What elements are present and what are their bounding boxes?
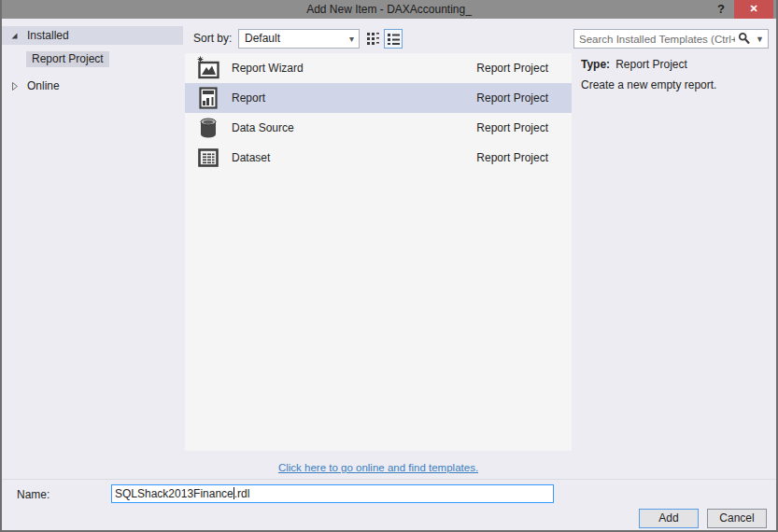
collapsed-arrow-icon — [9, 81, 20, 91]
search-box: ▼ — [573, 29, 769, 49]
expanded-arrow-icon — [9, 31, 20, 41]
help-button[interactable]: ? — [711, 0, 731, 19]
list-view-button[interactable] — [384, 29, 403, 49]
titlebar[interactable]: Add New Item - DAXAccounting_ — [0, 0, 778, 19]
list-view-icon — [387, 32, 401, 46]
search-options-chevron-icon[interactable]: ▼ — [756, 31, 764, 48]
small-icons-view-icon — [366, 32, 380, 46]
template-name: Report Wizard — [232, 62, 304, 75]
add-button[interactable]: Add — [639, 509, 699, 528]
template-type: Report Project — [476, 53, 548, 83]
name-input[interactable]: SQLShack2013Finance.rdl — [111, 484, 554, 503]
template-list: Report Wizard Report Project Report Repo… — [185, 53, 572, 451]
sidebar-item-label: Installed — [27, 29, 69, 42]
template-type: Report Project — [476, 113, 548, 143]
data-source-icon — [196, 116, 220, 140]
footer-divider — [2, 479, 776, 480]
template-type: Report Project — [476, 83, 548, 113]
type-value: Report Project — [615, 58, 687, 71]
template-type-line: Type:Report Project — [581, 58, 687, 71]
name-label: Name: — [17, 488, 50, 501]
cancel-button[interactable]: Cancel — [707, 509, 767, 528]
template-item-data-source[interactable]: Data Source Report Project — [185, 113, 572, 143]
chevron-down-icon: ▾ — [349, 30, 354, 48]
template-name: Dataset — [232, 151, 270, 164]
template-name: Report — [232, 91, 265, 105]
sidebar-item-report-project[interactable]: Report Project — [26, 52, 109, 68]
sidebar-item-label: Online — [27, 79, 60, 92]
name-value-before-cursor: SQLShack2013Finance — [115, 487, 233, 500]
template-description: Create a new empty report. — [581, 78, 716, 91]
sidebar-item-label: Report Project — [26, 51, 109, 67]
sidebar-item-online[interactable]: Online — [2, 77, 183, 94]
go-online-link[interactable]: Click here to go online and find templat… — [185, 462, 572, 473]
sort-by-value: Default — [245, 32, 280, 45]
small-icons-view-button[interactable] — [363, 29, 382, 49]
close-icon: ✕ — [749, 3, 757, 14]
template-item-report[interactable]: Report Report Project — [185, 83, 572, 113]
template-type: Report Project — [476, 143, 548, 173]
report-wizard-icon — [196, 56, 220, 80]
sort-by-label: Sort by: — [193, 32, 232, 45]
sort-by-dropdown[interactable]: Default ▾ — [238, 29, 360, 49]
name-value-after-cursor: .rdl — [234, 487, 250, 500]
dataset-icon — [196, 146, 220, 170]
type-label: Type: — [581, 58, 610, 71]
add-new-item-dialog: { "window": { "title": "Add New Item - D… — [0, 0, 778, 532]
template-name: Data Source — [232, 121, 294, 134]
search-icon[interactable] — [738, 32, 751, 46]
report-icon — [196, 86, 220, 110]
template-item-dataset[interactable]: Dataset Report Project — [185, 143, 572, 173]
window-title: Add New Item - DAXAccounting_ — [306, 3, 472, 16]
sidebar-item-installed[interactable]: Installed — [2, 26, 183, 45]
close-button[interactable]: ✕ — [734, 0, 773, 19]
search-input[interactable] — [574, 30, 735, 48]
template-item-report-wizard[interactable]: Report Wizard Report Project — [185, 53, 572, 83]
